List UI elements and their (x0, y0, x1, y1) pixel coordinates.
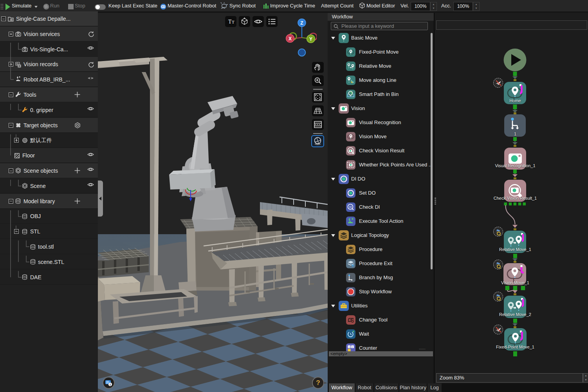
svg-text:X: X (289, 36, 292, 42)
svg-text:T: T (228, 19, 232, 25)
svg-text:T: T (232, 20, 234, 24)
svg-text:DI: DI (349, 206, 352, 208)
svg-text:Z: Z (300, 20, 303, 26)
svg-text:i: i (110, 383, 110, 387)
svg-text:Y: Y (309, 36, 312, 42)
